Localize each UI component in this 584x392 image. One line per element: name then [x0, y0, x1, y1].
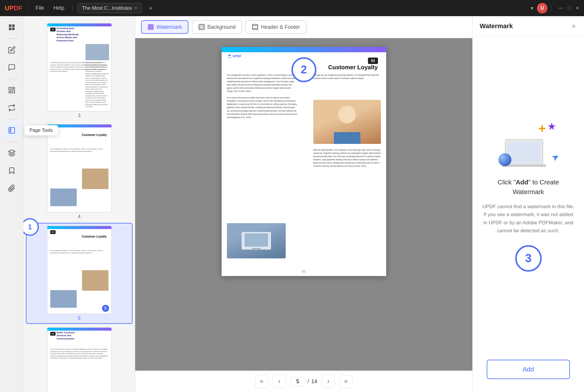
thumbnail-5-num: 5: [78, 316, 81, 321]
page-footer-num: 03: [302, 270, 305, 273]
header-footer-label: Header & Footer: [261, 24, 300, 30]
close-tab-button[interactable]: ×: [134, 5, 138, 11]
maximize-button[interactable]: □: [568, 5, 571, 11]
watermark-label: Watermark: [156, 24, 182, 30]
titlebar: UPDF File Help The Most C...Institutes ×…: [0, 0, 584, 16]
svg-rect-3: [12, 28, 15, 30]
sidebar-icon-page-tools[interactable]: Page Tools: [4, 123, 19, 138]
header-footer-button[interactable]: Header & Footer: [245, 20, 306, 34]
app-logo: UPDF: [5, 4, 22, 12]
svg-rect-2: [9, 28, 11, 30]
nav-bar: / 14: [135, 371, 472, 392]
thumbnail-4-num: 4: [78, 214, 81, 219]
right-panel-body: + ★ ➤ Click "Add" to Create Watermark UP…: [473, 36, 584, 354]
page-input[interactable]: [290, 377, 305, 386]
svg-rect-5: [12, 87, 15, 89]
first-page-button[interactable]: [255, 375, 268, 388]
window-controls: — □ ✕: [558, 5, 579, 11]
sep3: [551, 5, 551, 12]
sidebar: Page Tools: [0, 16, 24, 392]
page-updf-logo: UPDF: [227, 54, 242, 58]
svg-rect-4: [9, 87, 11, 90]
add-watermark-button[interactable]: Add: [487, 360, 570, 379]
sidebar-icon-attach[interactable]: [4, 181, 19, 196]
tab-title: The Most C...Institutes: [82, 5, 132, 11]
thumbnail-5-image: 03 Customer Loyalty The management of ba…: [47, 226, 112, 314]
step-1-circle: 1: [24, 218, 39, 236]
svg-rect-1: [12, 24, 15, 27]
last-page-button[interactable]: [339, 375, 352, 388]
help-menu[interactable]: Help: [50, 4, 68, 12]
minimize-button[interactable]: —: [558, 5, 563, 11]
page-body-right-top: Through the use of paperless banking met…: [313, 73, 381, 80]
sidebar-icon-layers[interactable]: [4, 145, 19, 161]
svg-rect-7: [9, 91, 11, 93]
page-image-right: [313, 100, 381, 144]
right-panel-instruction: Click "Add" to Create Watermark: [481, 177, 575, 197]
step-2-circle: 2: [291, 57, 316, 82]
page-indicator: / 14: [290, 377, 317, 386]
page-body-right-bottom: With the implementation, the company's c…: [313, 148, 381, 168]
thumbnail-4-image: 03 Customer Loyalty The management of ba…: [47, 124, 112, 212]
thumbnail-item-3[interactable]: 02 Promoting BestPractice andReducing Wo…: [26, 21, 133, 121]
main-area: Page Tools 02 Promoting BestPractice and…: [0, 16, 584, 392]
prev-page-button[interactable]: [273, 375, 286, 388]
sidebar-icon-convert[interactable]: [4, 100, 19, 115]
sidebar-sep-1: [6, 38, 18, 39]
step-3-circle: 3: [515, 245, 542, 272]
page-num-badge: 03: [368, 58, 378, 64]
thumbnail-3-num: 3: [78, 113, 81, 118]
background-label: Background: [207, 24, 235, 30]
close-button[interactable]: ✕: [575, 5, 579, 11]
avatar[interactable]: U: [537, 3, 548, 14]
sidebar-icon-thumbnails[interactable]: [4, 20, 19, 35]
dropdown-icon[interactable]: ▾: [531, 5, 533, 11]
right-panel-header: Watermark ★: [473, 16, 584, 36]
page-body-left: The management of banks' current operati…: [227, 73, 297, 119]
file-menu[interactable]: File: [32, 4, 48, 12]
background-button[interactable]: Background: [192, 20, 242, 34]
page-view: 2 UPDF 03 Customer Loyalty The managemen…: [135, 38, 472, 371]
page-title: Customer Loyalty: [328, 64, 378, 71]
sidebar-icon-edit[interactable]: [4, 42, 19, 58]
thumbnail-item-5[interactable]: 1 03 Customer Loyalty The management of …: [26, 223, 133, 324]
right-panel-title: Watermark: [480, 22, 513, 30]
sep2: [73, 5, 73, 12]
favorite-star-button[interactable]: ★: [570, 22, 577, 30]
add-tab-button[interactable]: +: [147, 3, 155, 13]
svg-rect-6: [12, 90, 15, 93]
sidebar-icon-comment[interactable]: [4, 60, 19, 75]
tab[interactable]: The Most C...Institutes ×: [78, 3, 142, 13]
toolbar: Watermark Background Header & Footer: [135, 16, 472, 38]
page-top-bar: [222, 47, 386, 52]
right-panel: Watermark ★ + ★ ➤ Click: [472, 16, 584, 392]
svg-rect-14: [252, 24, 258, 30]
sidebar-icon-bookmark[interactable]: [4, 163, 19, 178]
thumbnail-item-6[interactable]: 04 Better CustomerServices andCommunicat…: [26, 325, 133, 392]
watermark-illustration: + ★ ➤: [496, 119, 561, 169]
sidebar-icon-organize[interactable]: [4, 83, 19, 98]
thumbnail-6-image: 04 Better CustomerServices andCommunicat…: [47, 327, 112, 392]
next-page-button[interactable]: [322, 375, 335, 388]
title-controls: ▾ U — □ ✕: [531, 3, 579, 14]
content-area: Watermark Background Header & Footer 2: [135, 16, 472, 392]
svg-rect-13: [200, 25, 204, 29]
page-image-bottom: [227, 223, 286, 258]
sidebar-sep-2: [6, 79, 18, 79]
sidebar-sep-4: [6, 142, 18, 142]
add-button-container: Add: [473, 354, 584, 392]
svg-rect-8: [9, 127, 15, 133]
sidebar-sep-3: [6, 119, 18, 119]
sep: [27, 5, 27, 12]
svg-point-11: [150, 26, 152, 28]
thumbnail-item-4[interactable]: 03 Customer Loyalty The management of ba…: [26, 122, 133, 222]
svg-rect-0: [9, 24, 11, 27]
menu-bar: File Help: [32, 4, 68, 12]
thumbnail-3-image: 02 Promoting BestPractice andReducing Wo…: [47, 23, 112, 111]
watermark-button[interactable]: Watermark: [141, 20, 188, 34]
svg-marker-9: [9, 150, 15, 153]
total-pages: 14: [311, 378, 317, 385]
right-panel-description: UPDF cannot find a watermark in this fil…: [481, 203, 575, 235]
thumbnail-panel: 02 Promoting BestPractice andReducing Wo…: [24, 16, 135, 392]
